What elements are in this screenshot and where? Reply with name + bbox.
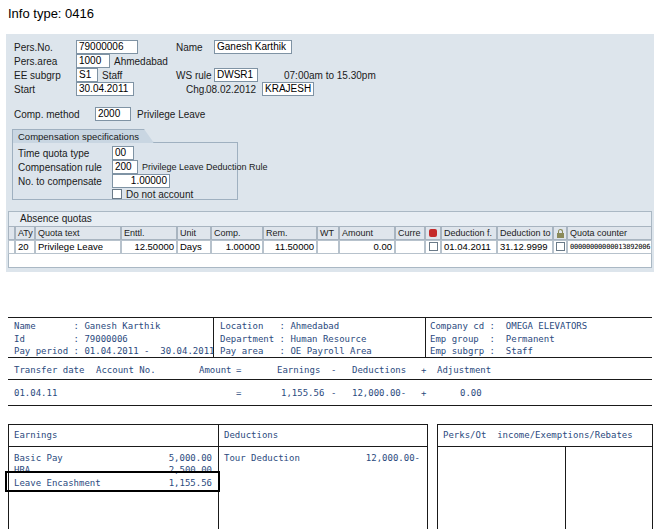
page-title: Info type: 0416 [8,6,94,21]
payslip-border-line [8,317,652,318]
col-quota-counter-header[interactable]: Quota counter [567,226,652,240]
aty-cell[interactable]: 20 [15,240,35,254]
start-field[interactable]: 30.04.2011 [76,82,134,96]
row-selector-cell[interactable] [8,240,15,254]
comp-method-field[interactable]: 2000 [95,107,131,121]
comp-method-text: Privilege Leave [137,109,205,120]
enttl-cell[interactable]: 12.50000 [121,240,177,254]
deduction-to-cell[interactable]: 31.12.9999 [497,240,553,254]
ee-subgrp-label: EE subgrp [14,70,61,81]
lock-cell[interactable] [553,240,567,254]
lock-icon [557,233,564,238]
compensation-rule-label: Compensation rule [18,162,102,173]
col-amount-header[interactable]: Amount [339,226,395,240]
col-quota-text-header[interactable]: Quota text [35,226,121,240]
payslip-name-line: Name : Ganesh Karthik [14,321,160,332]
transfer-date-value: 01.04.11 [14,388,57,399]
chg-date-text: 08.02.2012 [206,84,256,95]
name-label: Name [176,42,203,53]
unit-cell[interactable]: Days [177,240,211,254]
col-negative-deduction-header[interactable] [425,226,441,240]
leave-encashment-highlight-box [5,471,220,492]
col-lock-header[interactable] [553,226,567,240]
start-label: Start [14,84,35,95]
col-selector-header [8,226,15,240]
comp-spec-tab: Compensation specifications [12,129,154,143]
payslip-id-line: Id : 79000006 [14,334,128,345]
earnings-header-token: Earnings [277,365,320,376]
time-quota-type-label: Time quota type [18,148,89,159]
payslip-border-line [437,424,652,425]
curre-cell[interactable] [395,240,425,254]
red-deduction-icon [429,229,437,237]
pers-area-field[interactable]: 1000 [76,54,110,68]
account-no-header: Account No. [96,365,156,376]
earnings-row-label: Basic Pay [14,453,63,464]
comp-method-label: Comp. method [14,109,80,120]
col-aty-header[interactable]: ATy [15,226,35,240]
amount-cell[interactable]: 0.00 [339,240,395,254]
col-curre-header[interactable]: Curre [395,226,425,240]
quota-counter-cell[interactable]: 00000000000013892006 [567,240,652,254]
quota-text-cell[interactable]: Privilege Leave [35,240,121,254]
deductions-row-label: Tour Deduction [224,453,300,464]
rem-cell[interactable]: 11.50000 [263,240,317,254]
col-deduction-to-header[interactable]: Deduction to [497,226,553,240]
payslip-emp-subgrp-line: Emp subgrp : Staff [430,346,533,357]
lock-checkbox[interactable] [556,242,565,251]
minus-sign: - [331,365,336,376]
payslip-company-line: Company cd : OMEGA ELEVATORS [430,321,587,332]
col-wt-header[interactable]: WT [317,226,339,240]
payslip-pay-area-line: Pay area : OE Payroll Area [220,346,372,357]
deductions-column-header: Deductions [224,430,278,441]
do-not-account-checkbox[interactable] [112,189,122,199]
col-enttl-header[interactable]: Enttl. [121,226,177,240]
payslip-border-line [437,446,652,447]
deductions-header-token: Deductions [352,365,406,376]
pers-no-label: Pers.No. [14,42,53,53]
minus-sign-value: - [331,388,336,399]
payslip-border-line [565,446,566,529]
ws-rule-field[interactable]: DWSR1 [214,68,258,82]
comp-cell[interactable]: 1.00000 [211,240,263,254]
pers-area-text: Ahmedabad [114,56,168,67]
time-quota-type-field[interactable]: 00 [112,146,134,160]
screen: Info type: 0416 Pers.No. 79000006 Name G… [0,0,660,529]
ee-subgrp-field[interactable]: S1 [76,68,98,82]
payslip-emp-group-line: Emp group : Permanent [430,334,555,345]
deductions-total: 12,000.00- [352,388,406,399]
compensation-rule-field[interactable]: 200 [112,160,138,174]
adjustment-value: 0.00 [460,388,482,399]
col-comp-header[interactable]: Comp. [211,226,263,240]
perks-column-header: Perks/Ot income/Exemptions/Rebates [443,430,633,441]
table-empty-area [9,254,651,267]
col-deduction-from-header[interactable]: Deduction f. [441,226,497,240]
earnings-total: 1,155.56 [281,388,324,399]
name-field[interactable]: Ganesh Karthik [214,40,292,54]
chg-user-field[interactable]: KRAJESH [262,82,314,96]
absence-quotas-title: Absence quotas [20,213,92,224]
chg-label: Chg. [186,84,207,95]
col-rem-header[interactable]: Rem. [263,226,317,240]
payslip-pay-period-line: Pay period : 01.04.2011 - 30.04.2011 [14,346,214,357]
payslip-border-line [8,405,652,406]
do-not-account-label: Do not account [126,189,193,200]
wt-cell[interactable] [317,240,339,254]
equals-sign-value: = [236,388,241,399]
negative-deduction-cell[interactable] [425,240,441,254]
payslip-border-line [8,446,427,447]
payslip-border-line [427,424,428,529]
equals-sign: = [236,365,241,376]
pers-area-label: Pers.area [14,56,57,67]
ws-rule-label: WS rule [176,70,212,81]
pers-no-field[interactable]: 79000006 [76,40,138,54]
payslip-border-line [8,357,652,358]
transfer-date-header: Transfer date [14,365,84,376]
col-unit-header[interactable]: Unit [177,226,211,240]
negative-deduction-checkbox[interactable] [429,242,438,251]
no-to-compensate-field[interactable]: 1.00000 [112,174,170,188]
plus-sign-value: + [421,388,426,399]
payslip-border-line [8,379,652,380]
deduction-from-cell[interactable]: 01.04.2011 [441,240,497,254]
no-to-compensate-label: No. to compensate [18,176,102,187]
